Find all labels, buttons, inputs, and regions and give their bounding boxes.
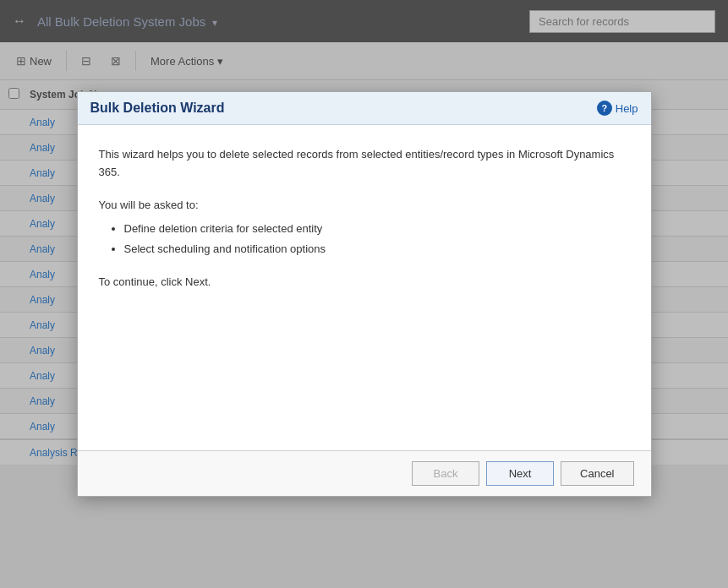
help-icon: ? <box>597 101 612 116</box>
dialog-will-ask-text: You will be asked to: <box>99 197 630 215</box>
help-label: Help <box>616 102 638 115</box>
bulk-deletion-wizard-dialog: Bulk Deletion Wizard ? Help This wizard … <box>77 91 652 497</box>
dialog-body: This wizard helps you to delete selected… <box>78 125 651 450</box>
dialog-criteria-list: Define deletion criteria for selected en… <box>124 220 630 259</box>
next-button[interactable]: Next <box>486 461 554 486</box>
list-item-1: Define deletion criteria for selected en… <box>124 220 630 238</box>
modal-overlay: Bulk Deletion Wizard ? Help This wizard … <box>0 0 728 588</box>
dialog-title: Bulk Deletion Wizard <box>90 101 225 116</box>
cancel-button[interactable]: Cancel <box>561 461 633 486</box>
list-item-2: Select scheduling and notification optio… <box>124 241 630 259</box>
dialog-footer: Back Next Cancel <box>78 450 651 496</box>
dialog-intro-text: This wizard helps you to delete selected… <box>99 146 630 182</box>
dialog-header: Bulk Deletion Wizard ? Help <box>78 92 651 125</box>
help-link[interactable]: ? Help <box>597 101 638 116</box>
dialog-continue-text: To continue, click Next. <box>99 274 630 291</box>
back-button[interactable]: Back <box>412 461 479 486</box>
